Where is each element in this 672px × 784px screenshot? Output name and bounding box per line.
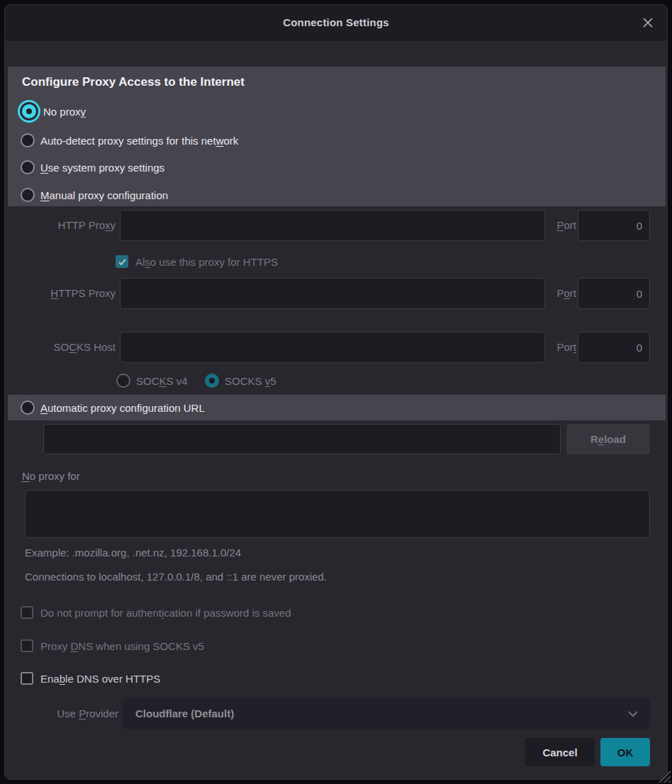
- proxy-dns-socks5-row[interactable]: Proxy DNS when using SOCKS v5: [21, 637, 204, 654]
- http-proxy-label: HTTP Proxy: [5, 210, 116, 241]
- http-port-label: Port: [530, 210, 576, 241]
- manual-proxy-radio[interactable]: [21, 188, 35, 202]
- socks-v4-radio[interactable]: [116, 374, 130, 388]
- no-prompt-auth-row[interactable]: Do not prompt for authentication if pass…: [21, 604, 291, 621]
- doh-provider-value: Cloudflare (Default): [135, 707, 234, 719]
- reload-button[interactable]: Reload: [566, 424, 650, 454]
- http-proxy-input[interactable]: [120, 210, 545, 241]
- socks-host-input[interactable]: [120, 332, 545, 363]
- check-icon: [118, 257, 127, 267]
- auto-proxy-url-label: Automatic proxy configuration URL: [40, 402, 205, 414]
- no-proxy-label: No proxy: [43, 106, 86, 118]
- radio-row-manual-proxy[interactable]: Manual proxy configuration: [21, 184, 168, 206]
- close-button[interactable]: [640, 15, 656, 30]
- no-proxy-for-textarea[interactable]: [25, 490, 650, 538]
- socks-v5-row[interactable]: SOCKS v5: [205, 371, 276, 390]
- no-proxy-for-label: No proxy for: [22, 470, 80, 482]
- enable-doh-row[interactable]: Enable DNS over HTTPS: [21, 670, 160, 687]
- no-proxy-radio[interactable]: [22, 104, 36, 118]
- proxy-dns-socks5-label: Proxy DNS when using SOCKS v5: [40, 640, 204, 652]
- chevron-down-icon: [627, 710, 639, 717]
- radio-row-system-proxy[interactable]: Use system proxy settings: [21, 157, 164, 178]
- also-https-row[interactable]: Also use this proxy for HTTPS: [116, 253, 278, 270]
- https-port-input[interactable]: [578, 278, 650, 309]
- dialog-title: Connection Settings: [283, 16, 389, 28]
- socks-v4-row[interactable]: SOCKS v4: [116, 371, 188, 390]
- auto-detect-radio[interactable]: [21, 133, 35, 147]
- socks-host-label: SOCKS Host: [5, 332, 116, 363]
- titlebar: Connection Settings: [5, 5, 667, 40]
- section-heading: Configure Proxy Access to the Internet: [22, 75, 245, 89]
- auto-proxy-url-radio[interactable]: [21, 401, 35, 415]
- use-provider-label: Use Provider: [5, 698, 118, 729]
- doh-provider-dropdown[interactable]: Cloudflare (Default): [123, 698, 650, 729]
- auto-proxy-row[interactable]: Automatic proxy configuration URL: [21, 397, 205, 418]
- ok-button[interactable]: OK: [600, 738, 650, 766]
- system-proxy-label: Use system proxy settings: [40, 162, 164, 174]
- radio-row-auto-detect[interactable]: Auto-detect proxy settings for this netw…: [21, 130, 238, 151]
- auto-proxy-section[interactable]: Automatic proxy configuration URL: [8, 395, 666, 420]
- also-https-checkbox[interactable]: [116, 255, 128, 268]
- socks-port-label: Port: [530, 332, 576, 363]
- cancel-button[interactable]: Cancel: [525, 738, 595, 766]
- socks-v5-radio[interactable]: [205, 374, 219, 388]
- https-proxy-input[interactable]: [120, 278, 545, 309]
- https-port-label: Port: [530, 278, 576, 309]
- also-https-label: Also use this proxy for HTTPS: [135, 256, 278, 268]
- radio-row-no-proxy[interactable]: No proxy: [19, 99, 86, 123]
- manual-proxy-label: Manual proxy configuration: [40, 189, 168, 201]
- proxy-dns-socks5-checkbox[interactable]: [21, 639, 33, 652]
- http-port-input[interactable]: [578, 210, 650, 241]
- connection-settings-dialog: Connection Settings Configure Proxy Acce…: [4, 4, 668, 780]
- https-proxy-label: HTTPS Proxy: [5, 278, 116, 309]
- auto-proxy-url-input[interactable]: [43, 424, 561, 454]
- socks-port-input[interactable]: [578, 332, 650, 363]
- proxy-mode-section: Configure Proxy Access to the Internet N…: [8, 67, 666, 206]
- localhost-note-text: Connections to localhost, 127.0.0.1/8, a…: [25, 571, 327, 583]
- no-prompt-auth-checkbox[interactable]: [21, 606, 33, 619]
- enable-doh-label: Enable DNS over HTTPS: [40, 673, 160, 685]
- close-icon: [642, 16, 654, 29]
- socks-v4-label: SOCKS v4: [136, 375, 188, 387]
- enable-doh-checkbox[interactable]: [21, 672, 33, 685]
- screen: { "window": { "title": "Connection Setti…: [0, 0, 672, 784]
- socks-v5-label: SOCKS v5: [225, 375, 276, 387]
- no-prompt-auth-label: Do not prompt for authentication if pass…: [40, 607, 291, 619]
- system-proxy-radio[interactable]: [21, 160, 35, 174]
- auto-detect-label: Auto-detect proxy settings for this netw…: [40, 135, 238, 147]
- no-proxy-example-text: Example: .mozilla.org, .net.nz, 192.168.…: [25, 547, 241, 559]
